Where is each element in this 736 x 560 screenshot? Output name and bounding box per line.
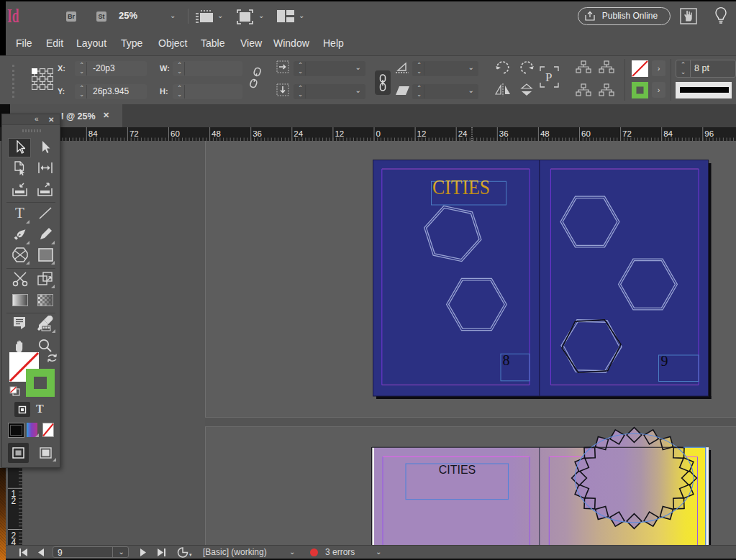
svg-text:96: 96	[704, 129, 714, 138]
svg-text:0: 0	[376, 129, 381, 138]
svg-text:P: P	[545, 70, 552, 84]
svg-text:84: 84	[88, 129, 98, 138]
svg-text:48: 48	[212, 129, 221, 138]
svg-text:12: 12	[335, 129, 344, 138]
svg-text:4: 4	[12, 538, 17, 546]
svg-text:24: 24	[458, 129, 468, 138]
svg-text:12: 12	[417, 129, 427, 138]
svg-text:CITIES: CITIES	[432, 176, 490, 199]
svg-text:8: 8	[503, 352, 510, 368]
svg-text:48: 48	[540, 129, 550, 138]
svg-text:9: 9	[661, 353, 668, 369]
svg-text:36: 36	[253, 129, 262, 138]
svg-text:72: 72	[622, 129, 632, 138]
svg-text:CITIES: CITIES	[439, 464, 476, 476]
svg-text:2: 2	[12, 496, 17, 506]
svg-text:60: 60	[171, 129, 180, 138]
svg-text:84: 84	[663, 129, 673, 138]
svg-text:36: 36	[499, 129, 509, 138]
svg-text:T: T	[15, 206, 24, 221]
svg-text:72: 72	[130, 129, 139, 138]
svg-text:24: 24	[294, 129, 303, 138]
svg-text:60: 60	[581, 129, 591, 138]
